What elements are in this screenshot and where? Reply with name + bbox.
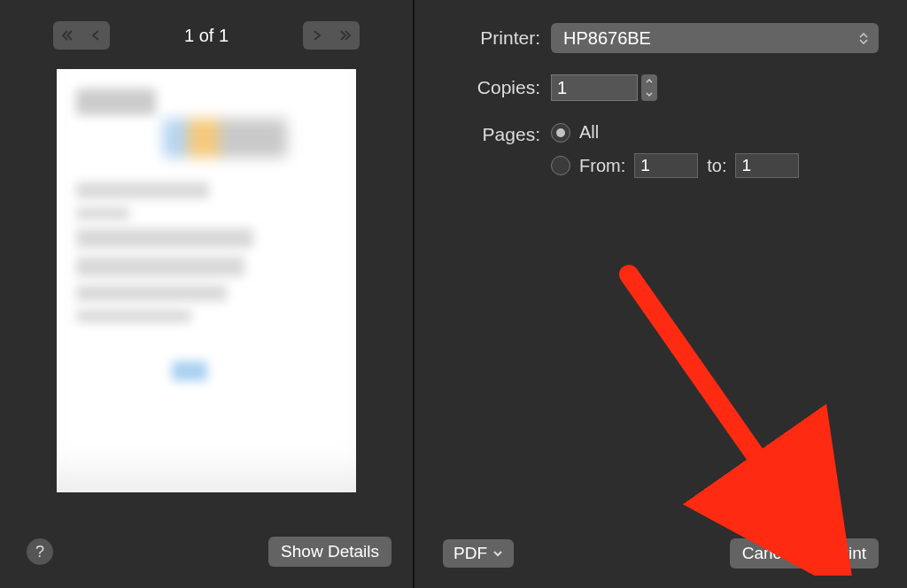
pages-options: All From: to: [551, 122, 799, 178]
dialog-footer: PDF Cancel Print [443, 538, 879, 572]
chevron-down-icon [492, 550, 503, 557]
show-details-label: Show Details [281, 542, 379, 561]
chevron-left-icon [90, 29, 101, 42]
next-page-button[interactable] [303, 21, 331, 50]
chevron-down-icon [646, 92, 653, 97]
copies-row: Copies: [443, 74, 879, 101]
copies-step-down[interactable] [641, 88, 657, 101]
printer-select[interactable]: HP8676BE [551, 23, 879, 53]
printer-selected-value: HP8676BE [563, 28, 651, 49]
pages-all-label: All [579, 122, 599, 143]
pages-range-controls: From: to: [579, 153, 799, 178]
copies-stepper [641, 74, 657, 101]
chevron-double-right-icon [339, 29, 352, 42]
pages-row: Pages: All From: to: [443, 122, 879, 178]
pages-from-label: From: [579, 156, 625, 176]
settings-pane: Printer: HP8676BE Copies: [415, 0, 907, 588]
last-page-button[interactable] [331, 21, 360, 50]
copies-step-up[interactable] [641, 74, 657, 88]
page-indicator: 1 of 1 [184, 26, 229, 46]
preview-footer: ? Show Details [27, 521, 391, 567]
show-details-button[interactable]: Show Details [268, 537, 391, 567]
pages-range-option[interactable]: From: to: [551, 153, 799, 178]
radio-icon [551, 123, 570, 143]
page-thumbnail[interactable] [57, 69, 356, 492]
chevron-up-icon [646, 79, 653, 83]
nav-back-group [53, 21, 110, 50]
help-button[interactable]: ? [27, 538, 53, 565]
pages-to-label: to: [707, 156, 726, 176]
cancel-label: Cancel [742, 544, 795, 563]
chevron-double-left-icon [61, 29, 74, 42]
pages-from-input[interactable] [634, 153, 698, 178]
first-page-button[interactable] [53, 21, 81, 50]
help-icon: ? [35, 543, 44, 561]
chevron-right-icon [312, 29, 322, 42]
prev-page-button[interactable] [81, 21, 110, 50]
cancel-button[interactable]: Cancel [730, 538, 807, 569]
print-label: Print [832, 544, 866, 563]
pdf-label: PDF [454, 544, 487, 563]
preview-area [16, 69, 397, 521]
printer-row: Printer: HP8676BE [443, 23, 879, 53]
pages-to-input[interactable] [735, 153, 799, 178]
nav-forward-group [303, 21, 360, 50]
pdf-menu-button[interactable]: PDF [443, 539, 514, 568]
pages-all-option[interactable]: All [551, 122, 799, 143]
copies-label: Copies: [443, 77, 551, 98]
copies-input[interactable] [551, 74, 638, 101]
preview-pane: 1 of 1 [0, 0, 413, 588]
radio-icon [551, 156, 570, 175]
updown-icon [854, 27, 873, 50]
printer-label: Printer: [443, 27, 551, 49]
print-button[interactable]: Print [819, 538, 879, 569]
pages-label: Pages: [443, 122, 551, 145]
preview-header: 1 of 1 [53, 21, 360, 50]
